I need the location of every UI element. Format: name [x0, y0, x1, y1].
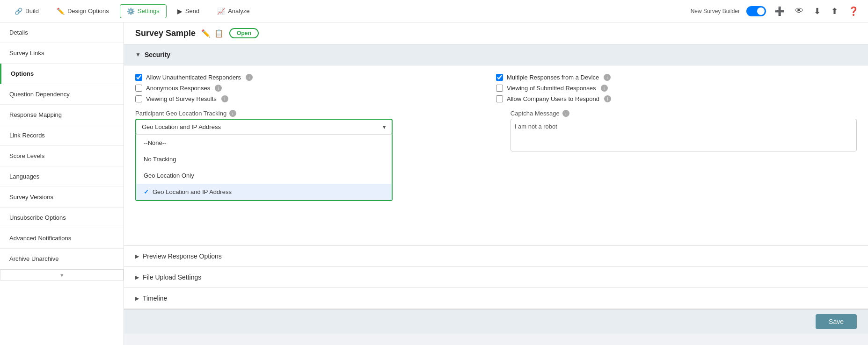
checkbox-multiple-responses: Multiple Responses from a Device i [496, 74, 857, 81]
checkbox-multiple-label: Multiple Responses from a Device [507, 74, 599, 81]
geo-select-display[interactable]: Geo Location and IP Address ▾ [136, 120, 392, 134]
help-icon-btn[interactable]: ❓ [846, 4, 861, 18]
checkbox-multiple-input[interactable] [496, 74, 503, 81]
info-viewing-results-icon[interactable]: i [221, 95, 228, 102]
save-button[interactable]: Save [816, 314, 857, 329]
security-section: ▼ Security Allow Unauthenticated Respond… [124, 44, 868, 246]
timeline-header[interactable]: ▶ Timeline [124, 288, 868, 309]
info-viewing-submitted-icon[interactable]: i [601, 85, 608, 92]
info-multiple-icon[interactable]: i [604, 74, 611, 81]
sidebar-item-options[interactable]: Options [0, 64, 124, 84]
sidebar-item-unsubscribe-options[interactable]: Unsubscribe Options [0, 208, 124, 228]
save-bar: Save [124, 309, 868, 334]
checkbox-anonymous-input[interactable] [135, 85, 142, 92]
geo-option-check-icon: ✓ [144, 188, 149, 195]
sidebar-item-score-levels[interactable]: Score Levels [0, 146, 124, 166]
checkbox-company-input[interactable] [496, 95, 503, 102]
nav-settings[interactable]: ⚙️ Settings [120, 4, 167, 18]
copy-icon[interactable]: 📋 [214, 29, 224, 38]
eye-icon-btn[interactable]: 👁 [793, 4, 805, 18]
sidebar: Details Survey Links Options Question De… [0, 22, 124, 345]
captcha-textarea[interactable]: I am not a robot [511, 119, 857, 151]
geo-dropdown: --None-- No Tracking Geo Location Only ✓… [135, 134, 393, 201]
nav-right-section: New Survey Builder ➕ 👁 ⬇ ⬆ ❓ [691, 4, 861, 18]
design-icon: ✏️ [57, 7, 65, 15]
new-survey-builder-toggle[interactable] [746, 6, 766, 16]
preview-response-section: ▶ Preview Response Options [124, 246, 868, 267]
sidebar-item-languages[interactable]: Languages [0, 166, 124, 187]
preview-chevron-icon: ▶ [135, 253, 139, 259]
security-section-body: Allow Unauthenticated Responders i Anony… [124, 65, 868, 245]
timeline-title: Timeline [143, 295, 167, 302]
survey-title: Survey Sample [135, 29, 196, 38]
geo-option-geo-ip[interactable]: ✓ Geo Location and IP Address [136, 184, 392, 200]
checkbox-company-label: Allow Company Users to Respond [507, 95, 599, 102]
sidebar-item-link-records[interactable]: Link Records [0, 125, 124, 146]
checkbox-viewing-results-label: Viewing of Survey Results [146, 95, 217, 102]
nav-build[interactable]: 🔗 Build [7, 4, 46, 18]
geo-select-wrapper: Geo Location and IP Address ▾ --None-- N… [135, 119, 393, 135]
checkbox-viewing-submitted: Viewing of Submitted Responses i [496, 85, 857, 92]
sidebar-item-details[interactable]: Details [0, 22, 124, 43]
survey-header-icons: ✏️ 📋 [201, 29, 224, 38]
status-badge: Open [229, 28, 259, 38]
captcha-section: Captcha Message i I am not a robot [511, 110, 857, 153]
nav-send[interactable]: ▶ Send [170, 4, 206, 18]
geo-option-none[interactable]: --None-- [136, 135, 392, 151]
chevron-down-icon: ▾ [383, 123, 386, 130]
analyze-icon: 📈 [217, 7, 225, 15]
checkbox-allow-company-users: Allow Company Users to Respond i [496, 95, 857, 102]
checkbox-viewing-survey-results: Viewing of Survey Results i [135, 95, 496, 102]
upload-icon-btn[interactable]: ⬆ [829, 4, 840, 18]
content-area: Survey Sample ✏️ 📋 Open ▼ Security Allow… [124, 22, 868, 345]
checkbox-viewing-results-input[interactable] [135, 95, 142, 102]
file-upload-section: ▶ File Upload Settings [124, 267, 868, 288]
geo-info-icon[interactable]: i [229, 110, 236, 117]
timeline-section: ▶ Timeline [124, 288, 868, 309]
geo-option-geo-only[interactable]: Geo Location Only [136, 167, 392, 184]
checkbox-viewing-submitted-label: Viewing of Submitted Responses [507, 85, 596, 92]
security-left-checkboxes: Allow Unauthenticated Responders i Anony… [135, 74, 496, 102]
edit-icon[interactable]: ✏️ [201, 29, 211, 38]
info-company-icon[interactable]: i [604, 95, 611, 102]
nav-analyze[interactable]: 📈 Analyze [210, 4, 256, 18]
checkbox-allow-unauthenticated: Allow Unauthenticated Responders i [135, 74, 496, 81]
sidebar-item-response-mapping[interactable]: Response Mapping [0, 105, 124, 125]
security-right-checkboxes: Multiple Responses from a Device i Viewi… [496, 74, 857, 102]
send-icon: ▶ [177, 7, 182, 15]
security-section-header[interactable]: ▼ Security [124, 44, 868, 65]
settings-icon: ⚙️ [127, 7, 135, 15]
sidebar-item-survey-links[interactable]: Survey Links [0, 43, 124, 64]
timeline-chevron-icon: ▶ [135, 295, 139, 302]
checkbox-allow-unauthenticated-input[interactable] [135, 74, 142, 81]
geo-location-section: Participant Geo Location Tracking i Geo … [135, 110, 496, 135]
build-icon: 🔗 [15, 7, 22, 15]
sidebar-scroll-down[interactable]: ▾ [0, 269, 124, 280]
geo-location-label: Participant Geo Location Tracking i [135, 110, 496, 117]
info-anonymous-icon[interactable]: i [215, 85, 222, 92]
sidebar-item-question-dependency[interactable]: Question Dependency [0, 84, 124, 105]
add-icon-btn[interactable]: ➕ [773, 4, 787, 18]
checkbox-anonymous-label: Anonymous Responses [146, 85, 210, 92]
security-chevron-icon: ▼ [135, 51, 141, 58]
file-upload-chevron-icon: ▶ [135, 274, 139, 280]
sidebar-item-advanced-notifications[interactable]: Advanced Notifications [0, 228, 124, 249]
download-icon-btn[interactable]: ⬇ [812, 4, 823, 18]
checkbox-allow-unauthenticated-label: Allow Unauthenticated Responders [146, 74, 241, 81]
file-upload-header[interactable]: ▶ File Upload Settings [124, 267, 868, 288]
preview-response-title: Preview Response Options [143, 252, 222, 260]
top-navigation: 🔗 Build ✏️ Design Options ⚙️ Settings ▶ … [0, 0, 868, 22]
sidebar-item-survey-versions[interactable]: Survey Versions [0, 187, 124, 208]
info-allow-unauthenticated-icon[interactable]: i [246, 74, 253, 81]
geo-option-no-tracking[interactable]: No Tracking [136, 151, 392, 167]
sidebar-item-archive-unarchive[interactable]: Archive Unarchive [0, 249, 124, 269]
security-section-title: Security [145, 51, 170, 58]
checkbox-anonymous-responses: Anonymous Responses i [135, 85, 496, 92]
main-layout: Details Survey Links Options Question De… [0, 22, 868, 345]
preview-response-header[interactable]: ▶ Preview Response Options [124, 246, 868, 266]
captcha-label: Captcha Message i [511, 110, 857, 117]
captcha-info-icon[interactable]: i [562, 110, 569, 117]
survey-header: Survey Sample ✏️ 📋 Open [124, 22, 868, 44]
nav-design-options[interactable]: ✏️ Design Options [50, 4, 116, 18]
checkbox-viewing-submitted-input[interactable] [496, 85, 503, 92]
